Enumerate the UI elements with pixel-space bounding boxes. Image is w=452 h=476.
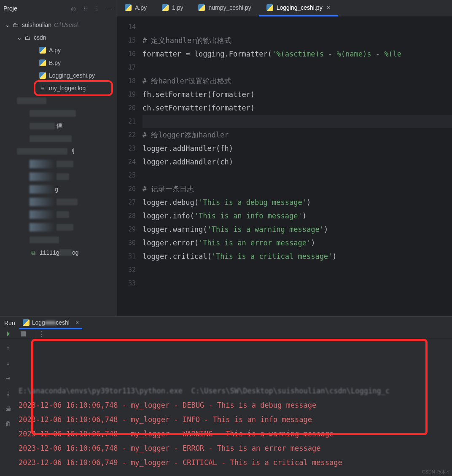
project-pane: Proje ◎ ⁝⁝ ⋮ — ⌄ 🗀 suishoulian C:\Users\… [0,0,117,316]
python-file-icon [39,72,46,79]
tree-root[interactable]: ⌄ 🗀 suishoulian C:\Users\ [0,19,117,31]
python-file-icon [23,319,30,326]
project-tree: ⌄ 🗀 suishoulian C:\Users\ ⌄ 🗀 csdn A.py … [0,17,117,261]
code-area[interactable]: 1415161718192021222324252627282930313233… [117,17,452,316]
close-icon[interactable]: × [327,4,330,11]
tree-item-obscured[interactable] [0,132,117,145]
tree-folder-csdn[interactable]: ⌄ 🗀 csdn [0,31,117,44]
run-panel: Run Logg■■■ceshi × ⋮ ↑ ↓ ⇥ ⤓ 🖶 🗑 E:\anac… [0,316,452,476]
tree-item-obscured[interactable] [0,158,117,170]
folder-icon: 🗀 [12,21,19,29]
file-name: A.py [49,47,61,54]
run-side-toolbar: ↑ ↓ ⇥ ⤓ 🖶 🗑 [0,339,16,476]
python-file-icon [266,4,273,11]
tree-item-obscured[interactable] [0,107,117,120]
python-file-icon [39,59,46,67]
tree-file-obscured-log[interactable]: ⧉ 11111gog [0,246,117,259]
tab-a-py[interactable]: A.py [117,0,154,16]
editor-pane: A.py 1.py numpy_ceshi.py Logging_ceshi.p… [117,0,452,316]
tab-logging-ceshi[interactable]: Logging_ceshi.py× [259,0,338,16]
tree-item-obscured[interactable] [0,221,117,234]
console-output[interactable]: E:\anaconda\envs\py39tor113\python.exe C… [16,339,452,476]
tree-file-a[interactable]: A.py [0,44,117,56]
root-path: C:\Users\ [54,22,78,28]
run-tab-logging[interactable]: Logg■■■ceshi × [19,317,82,329]
run-panel-title: Run [4,320,15,326]
tree-item-obscured[interactable] [0,94,117,107]
file-icon: ⧉ [30,249,37,256]
python-file-icon [162,4,169,11]
tree-item-obscured[interactable] [0,170,117,183]
tree-file-b[interactable]: B.py [0,56,117,69]
line-gutter: 1415161718192021222324252627282930313233 [117,17,143,316]
hide-icon[interactable]: — [104,4,113,13]
folder-icon: 🗀 [24,34,31,41]
stop-icon[interactable] [19,329,28,339]
project-panel-title: Proje [3,5,17,12]
code-content[interactable]: # 定义handler的输出格式formatter = logging.Form… [143,17,452,316]
file-name: Logging_ceshi.py [49,72,95,79]
trash-icon[interactable]: 🗑 [5,420,11,428]
tree-item-obscured[interactable]: g [0,183,117,196]
close-icon[interactable]: × [75,319,79,326]
tab-1-py[interactable]: 1.py [154,0,191,16]
editor-tabs: A.py 1.py numpy_ceshi.py Logging_ceshi.p… [117,0,452,17]
python-file-icon [198,4,205,11]
locate-icon[interactable]: ◎ [69,4,78,13]
project-header: Proje ◎ ⁝⁝ ⋮ — [0,0,117,17]
up-icon[interactable]: ↑ [6,344,10,352]
tree-item-obscured[interactable] [0,234,117,246]
tree-item-obscured[interactable] [0,208,117,221]
svg-rect-0 [21,331,26,336]
run-tabs: Run Logg■■■ceshi × [0,317,452,329]
root-name: suishoulian [22,22,51,28]
chevron-down-icon: ⌄ [17,34,23,41]
text-file-icon: ≡ [39,84,46,92]
tree-item-obscured[interactable]: 傈 [0,120,117,132]
tree-file-logging[interactable]: Logging_ceshi.py [0,69,117,82]
rerun-icon[interactable] [3,329,13,339]
folder-name: csdn [34,34,46,41]
tree-item-obscured[interactable] [0,196,117,208]
chevron-down-icon: ⌄ [5,22,11,28]
watermark: CSDN @木イ [422,469,450,475]
more-icon[interactable]: ⋮ [92,4,102,13]
run-toolbar: ⋮ [0,329,452,339]
tab-numpy-ceshi[interactable]: numpy_ceshi.py [191,0,258,16]
tree-file-mylogger[interactable]: ≡ my_logger.log [35,82,111,94]
down-icon[interactable]: ↓ [6,359,10,367]
file-name: my_logger.log [49,85,86,91]
print-icon[interactable]: 🖶 [5,405,11,412]
tree-item-obscured[interactable]: 刂 [0,145,117,158]
file-name: B.py [49,59,61,66]
more-actions-icon[interactable]: ⋮ [34,329,43,339]
soft-wrap-icon[interactable]: ⇥ [6,374,10,382]
options-icon[interactable]: ⁝⁝ [81,4,90,13]
scroll-end-icon[interactable]: ⤓ [5,390,11,397]
python-file-icon [39,46,46,54]
python-file-icon [125,4,132,11]
